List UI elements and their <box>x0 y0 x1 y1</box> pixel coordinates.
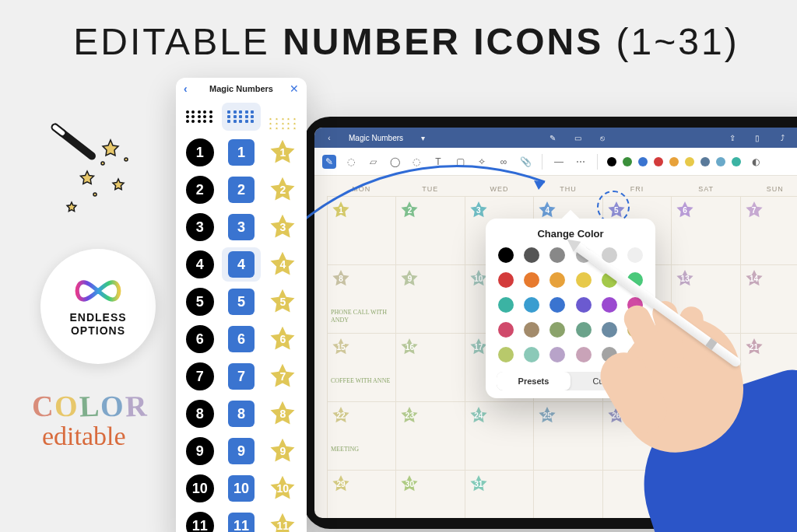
mic-icon[interactable]: ⎋ <box>597 134 608 142</box>
date-star-icon[interactable]: 7 <box>744 200 764 220</box>
date-star-icon[interactable]: 9 <box>399 268 420 289</box>
color-swatch[interactable] <box>627 247 643 263</box>
sticker-square[interactable]: 3 <box>222 210 260 244</box>
color-swatch[interactable] <box>524 322 539 338</box>
shape-tool-icon[interactable]: ◯ <box>388 155 402 169</box>
tab-circles[interactable] <box>181 103 219 131</box>
color-swatch[interactable] <box>549 322 565 338</box>
date-star-icon[interactable]: 16 <box>399 337 420 357</box>
calendar-cell[interactable] <box>534 471 602 518</box>
sticker-circle[interactable]: 4 <box>181 247 219 282</box>
sticker-circle[interactable]: 8 <box>181 397 219 431</box>
color-swatch[interactable] <box>524 247 539 263</box>
calendar-cell[interactable]: 8PHONE CALL WITH ANDY <box>328 265 396 334</box>
dropdown-icon[interactable]: ▾ <box>417 134 428 142</box>
sticker-circle[interactable]: 6 <box>181 322 219 356</box>
tab-squares[interactable] <box>222 103 260 131</box>
calendar-cell[interactable]: 1 <box>328 197 396 265</box>
sticker-star[interactable]: 3 <box>264 210 302 244</box>
sticker-star[interactable]: 2 <box>264 173 302 207</box>
share-icon[interactable]: ⇪ <box>727 134 738 142</box>
sticker-circle[interactable]: 10 <box>181 471 219 506</box>
calendar-cell[interactable]: 15COFFEE WITH ANNE <box>328 334 396 402</box>
date-star-icon[interactable]: 30 <box>399 474 420 494</box>
color-swatch[interactable] <box>498 272 514 288</box>
date-star-icon[interactable]: 8 <box>331 268 351 289</box>
date-star-icon[interactable]: 13 <box>675 268 695 289</box>
back-icon[interactable]: ‹ <box>324 134 335 142</box>
color-swatch[interactable] <box>498 347 514 362</box>
sticker-square[interactable]: 8 <box>222 397 260 431</box>
presets-segment[interactable]: Presets <box>497 372 571 390</box>
sticker-square[interactable]: 6 <box>222 322 260 356</box>
sticker-star[interactable]: 1 <box>264 135 302 170</box>
highlighter-tool-icon[interactable]: ▱ <box>366 155 380 169</box>
sticker-star[interactable]: 4 <box>264 247 302 282</box>
color-swatch[interactable] <box>576 272 592 288</box>
calendar-cell[interactable]: 6 <box>672 197 740 265</box>
close-icon[interactable]: ✕ <box>290 82 299 95</box>
sticker-star[interactable]: 6 <box>264 322 302 356</box>
sticker-circle[interactable]: 7 <box>181 359 219 394</box>
date-star-icon[interactable]: 31 <box>469 474 489 494</box>
toolbar-color-swatch[interactable] <box>669 157 679 166</box>
sticker-square[interactable]: 5 <box>222 285 260 319</box>
stickers-tool-icon[interactable]: ✧ <box>475 155 489 169</box>
calendar-cell[interactable]: 2 <box>396 197 465 265</box>
sticker-star[interactable]: 10 <box>264 471 302 506</box>
color-swatch[interactable] <box>549 347 565 362</box>
color-swatch[interactable] <box>549 247 565 263</box>
toolbar-color-swatch[interactable] <box>607 157 616 166</box>
color-swatch[interactable] <box>524 297 539 313</box>
color-swatch[interactable] <box>549 297 565 313</box>
export-icon[interactable]: ⤴ <box>777 134 788 142</box>
eraser-tool-icon[interactable]: ◌ <box>344 155 358 169</box>
sticker-square[interactable]: 9 <box>222 434 260 468</box>
date-star-icon[interactable]: 2 <box>399 200 420 220</box>
sticker-circle[interactable]: 11 <box>181 509 219 532</box>
toolbar-color-swatch[interactable] <box>685 157 694 166</box>
date-star-icon[interactable]: 1 <box>331 200 351 220</box>
stroke-style-icon[interactable]: ⋯ <box>574 155 588 169</box>
calendar-cell[interactable]: 23 <box>396 402 465 471</box>
calendar-cell[interactable]: 16 <box>396 334 465 402</box>
color-swatch[interactable] <box>498 247 514 263</box>
sticker-circle[interactable]: 9 <box>181 434 219 468</box>
date-star-icon[interactable]: 4 <box>537 200 557 220</box>
sticker-square[interactable]: 4 <box>222 247 260 282</box>
color-swatch[interactable] <box>524 272 539 288</box>
cast-icon[interactable]: ▭ <box>572 134 583 142</box>
color-swatch[interactable] <box>549 272 565 288</box>
sticker-square[interactable]: 2 <box>222 173 260 207</box>
stroke-width-icon[interactable]: — <box>552 155 566 169</box>
date-star-icon[interactable]: 24 <box>469 405 489 425</box>
calendar-cell[interactable]: 25 <box>534 402 602 471</box>
calendar-cell[interactable]: 29 <box>328 471 396 518</box>
date-star-icon[interactable]: 25 <box>537 405 557 425</box>
color-swatch[interactable] <box>602 297 617 313</box>
toolbar-color-swatch[interactable] <box>700 157 710 166</box>
color-swatch[interactable] <box>576 322 592 338</box>
toolbar-color-swatch[interactable] <box>638 157 648 166</box>
color-swatch[interactable] <box>576 297 592 313</box>
sticker-square[interactable]: 1 <box>222 135 260 170</box>
sticker-star[interactable]: 8 <box>264 397 302 431</box>
color-swatch[interactable] <box>576 347 592 362</box>
toolbar-color-swatch[interactable] <box>623 157 632 166</box>
sticker-square[interactable]: 7 <box>222 359 260 394</box>
image-tool-icon[interactable]: ▢ <box>453 155 467 169</box>
text-tool-icon[interactable]: T <box>431 155 445 169</box>
date-star-icon[interactable]: 14 <box>744 268 764 289</box>
calendar-cell[interactable]: 7 <box>741 197 797 265</box>
color-swatch[interactable] <box>524 347 539 362</box>
calendar-cell[interactable]: 24 <box>465 402 534 471</box>
sticker-circle[interactable]: 2 <box>181 173 219 207</box>
tab-stars[interactable] <box>264 103 302 131</box>
toolbar-color-swatch[interactable] <box>732 157 741 166</box>
toolbar-color-swatch[interactable] <box>716 157 725 166</box>
date-star-icon[interactable]: 3 <box>469 200 489 220</box>
sticker-square[interactable]: 11 <box>222 509 260 532</box>
date-star-icon[interactable]: 15 <box>331 337 351 357</box>
attach-tool-icon[interactable]: 📎 <box>518 155 532 169</box>
calendar-cell[interactable]: 30 <box>396 471 465 518</box>
